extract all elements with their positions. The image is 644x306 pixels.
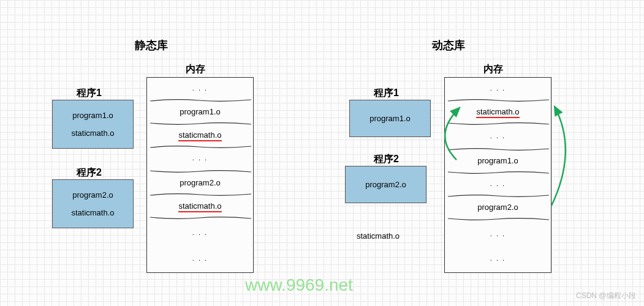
- watermark: www.9969.net: [245, 275, 353, 295]
- ellipsis-icon: . . .: [147, 255, 253, 262]
- arrow-group: [438, 77, 579, 273]
- divider-icon: [150, 215, 251, 221]
- file-label: program1.o: [350, 110, 430, 127]
- static-title: 静态库: [135, 38, 168, 53]
- file-label: staticmath.o: [53, 124, 133, 142]
- dynamic-title: 动态库: [432, 38, 465, 53]
- ellipsis-icon: . . .: [147, 85, 253, 92]
- ellipsis-icon: . . .: [147, 155, 253, 162]
- memory-box-left: . . . program1.o staticmath.o . . . prog…: [146, 77, 254, 273]
- program2-label: 程序2: [77, 166, 102, 179]
- program2-box-r: program2.o: [345, 166, 426, 203]
- program1-label: 程序1: [77, 87, 102, 100]
- program1-box-r: program1.o: [349, 100, 431, 137]
- divider-icon: [150, 144, 251, 150]
- program2-label-r: 程序2: [374, 153, 399, 166]
- csdn-watermark: CSDN @编程小段: [576, 291, 636, 301]
- program1-box: program1.o staticmath.o: [52, 100, 134, 149]
- file-label: program2.o: [346, 176, 426, 193]
- ellipsis-icon: . . .: [147, 230, 253, 236]
- program2-box: program2.o staticmath.o: [52, 179, 134, 228]
- memory-label-right: 内存: [483, 63, 503, 76]
- shared-lib-label: staticmath.o: [357, 231, 400, 241]
- memory-label-left: 内存: [186, 63, 205, 76]
- memory-slot: staticmath.o: [147, 196, 253, 217]
- memory-slot: program2.o: [147, 173, 253, 193]
- memory-slot: program1.o: [147, 102, 253, 122]
- file-label: program1.o: [53, 106, 133, 124]
- program1-label-r: 程序1: [374, 87, 399, 100]
- file-label: staticmath.o: [53, 204, 133, 222]
- memory-slot: staticmath.o: [147, 125, 253, 146]
- file-label: program2.o: [53, 186, 133, 204]
